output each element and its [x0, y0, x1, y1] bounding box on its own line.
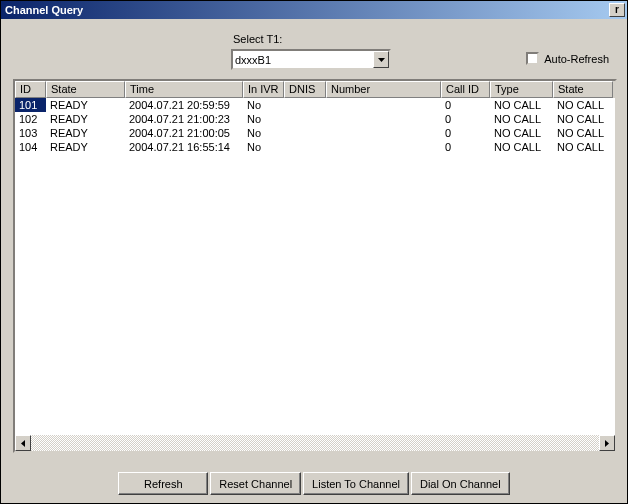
scroll-left-button[interactable]	[15, 435, 31, 451]
cell-type: NO CALL	[490, 98, 553, 112]
col-header-number[interactable]: Number	[326, 81, 441, 98]
button-row: Refresh Reset Channel Listen To Channel …	[1, 472, 627, 495]
cell-state2: NO CALL	[553, 98, 613, 112]
cell-state: READY	[46, 126, 125, 140]
cell-type: NO CALL	[490, 112, 553, 126]
auto-refresh-label: Auto-Refresh	[544, 53, 609, 65]
table-row[interactable]: 102READY2004.07.21 21:00:23No0NO CALLNO …	[15, 112, 615, 126]
listen-to-channel-button[interactable]: Listen To Channel	[303, 472, 409, 495]
cell-number	[326, 98, 441, 112]
cell-time: 2004.07.21 16:55:14	[125, 140, 243, 154]
cell-in_ivr: No	[243, 98, 284, 112]
cell-type: NO CALL	[490, 140, 553, 154]
horizontal-scrollbar[interactable]	[15, 435, 615, 451]
cell-state2: NO CALL	[553, 112, 613, 126]
cell-dnis	[284, 98, 326, 112]
cell-number	[326, 140, 441, 154]
table-row[interactable]: 104READY2004.07.21 16:55:14No0NO CALLNO …	[15, 140, 615, 154]
col-header-state2[interactable]: State	[553, 81, 613, 98]
cell-state: READY	[46, 98, 125, 112]
close-button[interactable]: r	[609, 3, 625, 17]
cell-id: 104	[15, 140, 46, 154]
cell-state: READY	[46, 140, 125, 154]
cell-dnis	[284, 112, 326, 126]
col-header-state[interactable]: State	[46, 81, 125, 98]
cell-call_id: 0	[441, 126, 490, 140]
select-t1-dropdown[interactable]: dxxxB1	[231, 49, 391, 70]
cell-call_id: 0	[441, 112, 490, 126]
scroll-right-button[interactable]	[599, 435, 615, 451]
cell-dnis	[284, 140, 326, 154]
chevron-down-icon[interactable]	[373, 51, 389, 68]
cell-in_ivr: No	[243, 112, 284, 126]
col-header-type[interactable]: Type	[490, 81, 553, 98]
cell-call_id: 0	[441, 98, 490, 112]
table-row[interactable]: 101READY2004.07.21 20:59:59No0NO CALLNO …	[15, 98, 615, 112]
table-header: ID State Time In IVR DNIS Number Call ID…	[15, 81, 615, 98]
cell-id: 102	[15, 112, 46, 126]
select-t1-value: dxxxB1	[233, 54, 373, 66]
titlebar: Channel Query r	[1, 1, 627, 19]
table-row[interactable]: 103READY2004.07.21 21:00:05No0NO CALLNO …	[15, 126, 615, 140]
cell-state: READY	[46, 112, 125, 126]
cell-id: 103	[15, 126, 46, 140]
cell-id: 101	[15, 98, 46, 112]
window: Channel Query r Select T1: dxxxB1 Auto-R…	[0, 0, 628, 504]
cell-in_ivr: No	[243, 126, 284, 140]
cell-state2: NO CALL	[553, 126, 613, 140]
cell-time: 2004.07.21 21:00:23	[125, 112, 243, 126]
cell-time: 2004.07.21 21:00:05	[125, 126, 243, 140]
cell-state2: NO CALL	[553, 140, 613, 154]
col-header-callid[interactable]: Call ID	[441, 81, 490, 98]
cell-dnis	[284, 126, 326, 140]
reset-channel-button[interactable]: Reset Channel	[210, 472, 301, 495]
cell-number	[326, 126, 441, 140]
dial-on-channel-button[interactable]: Dial On Channel	[411, 472, 510, 495]
select-t1-label: Select T1:	[233, 33, 282, 45]
cell-time: 2004.07.21 20:59:59	[125, 98, 243, 112]
table-body: 101READY2004.07.21 20:59:59No0NO CALLNO …	[15, 98, 615, 154]
auto-refresh-checkbox[interactable]	[526, 52, 539, 65]
scroll-track[interactable]	[31, 435, 599, 451]
cell-number	[326, 112, 441, 126]
col-header-time[interactable]: Time	[125, 81, 243, 98]
col-header-ivr[interactable]: In IVR	[243, 81, 284, 98]
close-icon: r	[615, 4, 619, 15]
cell-call_id: 0	[441, 140, 490, 154]
cell-in_ivr: No	[243, 140, 284, 154]
cell-type: NO CALL	[490, 126, 553, 140]
window-title: Channel Query	[5, 4, 83, 16]
channel-table: ID State Time In IVR DNIS Number Call ID…	[13, 79, 617, 453]
refresh-button[interactable]: Refresh	[118, 472, 208, 495]
col-header-id[interactable]: ID	[15, 81, 46, 98]
top-controls: Select T1: dxxxB1 Auto-Refresh	[1, 19, 627, 79]
auto-refresh-control[interactable]: Auto-Refresh	[526, 52, 609, 65]
col-header-dnis[interactable]: DNIS	[284, 81, 326, 98]
